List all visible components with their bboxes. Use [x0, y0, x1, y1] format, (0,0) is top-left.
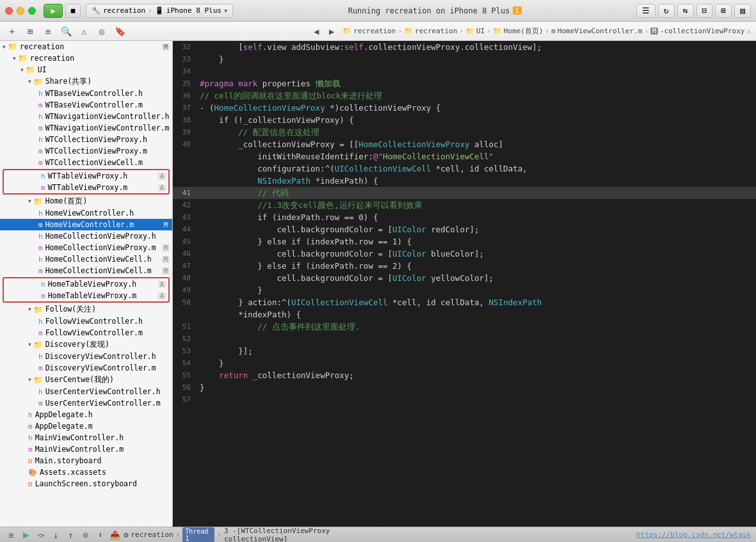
- sidebar-item-followvc-h[interactable]: h FollowViewController.h: [0, 315, 172, 327]
- code-line: 35 #pragma mark properties 懒加载: [173, 77, 756, 90]
- sidebar-item-ui[interactable]: 📁 UI: [0, 64, 172, 76]
- sidebar-item-appdelegate-m[interactable]: m AppDelegate.m: [0, 420, 172, 432]
- sidebar-item-hometblproxy-m[interactable]: m HomeTableViewProxy.m A: [4, 290, 168, 301]
- debug-play[interactable]: ▶: [20, 528, 32, 542]
- sidebar-item-mainvc-h[interactable]: h MainViewController.h: [0, 432, 172, 443]
- next-btn[interactable]: ▶: [325, 24, 339, 38]
- back-forward[interactable]: ⇆: [677, 4, 694, 18]
- sidebar-item-label: MainViewController.m: [35, 445, 124, 454]
- sidebar-item-wtcollcell-m[interactable]: m WTCollectionViewCell.m: [0, 157, 172, 168]
- sidebar-item-wtnavvc-m[interactable]: m WTNavigationViewController.m: [0, 122, 172, 134]
- code-line: 34: [173, 65, 756, 77]
- sidebar-item-main-storyboard[interactable]: ⊡ Main.storyboard: [0, 455, 172, 466]
- sidebar-item-uservc-h[interactable]: h UserCenterViewController.h: [0, 386, 172, 397]
- sidebar-item-launch-storyboard[interactable]: ⊡ LaunchScreen.storyboard: [0, 478, 172, 490]
- code-line: 45 } else if (indexPath.row == 1) {: [173, 235, 756, 248]
- sidebar-item-uservc-m[interactable]: m UserCenterViewController.m: [0, 397, 172, 409]
- breadcrumb-sep2: ›: [217, 530, 221, 539]
- sidebar-item-wttblproxy-h[interactable]: h WTTableViewProxy.h A: [4, 170, 168, 182]
- file-storyboard-icon: ⊡: [28, 457, 33, 465]
- sidebar-item-label: Discovery(发现): [45, 340, 109, 349]
- sidebar-item-label: WTTableViewProxy.h: [48, 171, 128, 180]
- code-line: 53 }];: [173, 345, 756, 357]
- add-file-btn[interactable]: +: [5, 24, 19, 38]
- filter-btn[interactable]: ⊞: [23, 24, 37, 38]
- debug-pause[interactable]: ⊙: [79, 528, 92, 542]
- sidebar-item-label: Follow(关注): [45, 305, 96, 314]
- step-out[interactable]: ↑: [65, 528, 77, 542]
- sidebar-item-mainvc-m[interactable]: m MainViewController.m: [0, 443, 172, 455]
- code-line: 46 cell.backgroundColor = [UIColor blueC…: [173, 248, 756, 260]
- sidebar-item-home[interactable]: 📁 Home(首页): [0, 195, 172, 207]
- sidebar-item-follow[interactable]: 📁 Follow(关注): [0, 303, 172, 315]
- sidebar-item-homecollproxy-m[interactable]: m HomeCollectionViewProxy.m M: [0, 242, 172, 253]
- minimize-button[interactable]: [17, 7, 24, 15]
- code-line: *indexPath) {: [173, 308, 756, 321]
- maximize-button[interactable]: [28, 7, 36, 15]
- sidebar-item-label: WTNavigationViewController.m: [45, 124, 170, 132]
- code-line: 32 [self.view addSubview:self.collection…: [173, 41, 756, 53]
- step-in[interactable]: ↓: [49, 528, 61, 542]
- code-line: 33 }: [173, 53, 756, 65]
- code-line-highlighted: 41 // 代码: [173, 187, 756, 199]
- sidebar-item-homevc-m[interactable]: m HomeViewController.m M: [0, 219, 172, 230]
- sidebar-item-discvc-h[interactable]: h DiscoveryViewController.h: [0, 351, 172, 362]
- navigator-toggle[interactable]: ☰: [636, 4, 655, 18]
- folder-icon: 📁: [33, 376, 43, 385]
- inspector-toggle[interactable]: ▤: [734, 4, 751, 18]
- warning-btn[interactable]: ⚠: [77, 24, 91, 38]
- toolbar-right: ☰ ↻ ⇆ ⊟ ⊞ ▤: [636, 4, 751, 18]
- code-editor[interactable]: 32 [self.view addSubview:self.collection…: [173, 41, 756, 527]
- search-btn[interactable]: 🔍: [59, 24, 73, 38]
- sidebar-item-label: FollowViewController.h: [45, 317, 143, 326]
- sidebar-item-homecollcell-m[interactable]: m HomeCollectionViewCell.m M: [0, 265, 172, 276]
- editor-split2[interactable]: ⊞: [715, 4, 732, 18]
- sidebar-item-homevc-h[interactable]: h HomeViewController.h: [0, 207, 172, 219]
- run-button[interactable]: ▶: [44, 4, 63, 18]
- sidebar-item-hometblproxy-h[interactable]: h HomeTableViewProxy.h A: [4, 278, 168, 290]
- sidebar-item-assets[interactable]: 🎨 Assets.xcassets: [0, 466, 172, 478]
- sidebar-item-followvc-m[interactable]: m FollowViewController.m: [0, 327, 172, 339]
- triangle-icon: [28, 377, 31, 383]
- sidebar-item-homecollcell-h[interactable]: h HomeCollectionViewCell.h M: [0, 253, 172, 265]
- bookmark-btn[interactable]: 🔖: [113, 24, 127, 38]
- issues-btn[interactable]: ◎: [95, 24, 109, 38]
- sidebar-item-label: HomeTableViewProxy.h: [48, 280, 136, 289]
- console-toggle[interactable]: ≡: [5, 528, 17, 542]
- file-m-icon: m: [28, 422, 33, 431]
- sidebar-item-usercenter[interactable]: 📁 UserCentwe(我的): [0, 374, 172, 386]
- prev-btn[interactable]: ◀: [309, 24, 323, 38]
- sidebar-item-wtbasevc-h[interactable]: h WTBaseViewController.h: [0, 88, 172, 99]
- scheme-selector[interactable]: 🔧 recreation › 📱 iPhone 8 Plus ▼: [86, 4, 233, 18]
- file-h-icon: h: [41, 172, 45, 180]
- code-line: 54 }: [173, 357, 756, 369]
- step-over[interactable]: ⤼: [35, 528, 47, 542]
- sidebar-item-label: WTTableViewProxy.m: [48, 183, 128, 192]
- sidebar-item-wtcollproxy-m[interactable]: m WTCollectionViewProxy.m: [0, 145, 172, 157]
- close-button[interactable]: [5, 7, 13, 15]
- editor-split1[interactable]: ⊟: [696, 4, 713, 18]
- sidebar-item-homecollproxy-h[interactable]: h HomeCollectionViewProxy.h: [0, 230, 172, 242]
- code-line: 49 }: [173, 284, 756, 296]
- sidebar-item-discvc-m[interactable]: m DiscoveryViewController.m: [0, 362, 172, 374]
- sort-btn[interactable]: ≡: [41, 24, 55, 38]
- titlebar: ▶ ■ 🔧 recreation › 📱 iPhone 8 Plus ▼ Run…: [0, 0, 756, 22]
- triangle-icon: [28, 79, 31, 84]
- sidebar-item-wttblproxy-m[interactable]: m WTTableViewProxy.m A: [4, 182, 168, 193]
- refresh-btn[interactable]: ↻: [658, 4, 675, 18]
- sidebar-item-root-recreation[interactable]: 📁 recreation M: [0, 41, 172, 52]
- sidebar-item-appdelegate-h[interactable]: h AppDelegate.h: [0, 409, 172, 420]
- share-debug[interactable]: ⬆: [94, 528, 106, 542]
- sidebar-item-share[interactable]: 📁 Share(共享): [0, 76, 172, 88]
- file-h-icon: h: [38, 90, 43, 98]
- sidebar-item-wtbasevc-m[interactable]: m WTBaseViewController.m: [0, 99, 172, 111]
- file-h-icon: h: [28, 411, 33, 419]
- sidebar-item-sub-recreation[interactable]: 📁 recreation: [0, 52, 172, 64]
- file-m-icon: m: [41, 292, 45, 300]
- stop-button[interactable]: ■: [65, 4, 81, 18]
- sidebar-item-discovery[interactable]: 📁 Discovery(发现): [0, 339, 172, 351]
- sidebar-item-wtcollproxy-h[interactable]: h WTCollectionViewProxy.h: [0, 134, 172, 145]
- share-icon[interactable]: 📤: [109, 528, 121, 542]
- sidebar-item-wtnavvc-h[interactable]: h WTNavigationViewController.h: [0, 111, 172, 122]
- main-area: 📁 recreation M 📁 recreation 📁 UI 📁 Share…: [0, 41, 756, 527]
